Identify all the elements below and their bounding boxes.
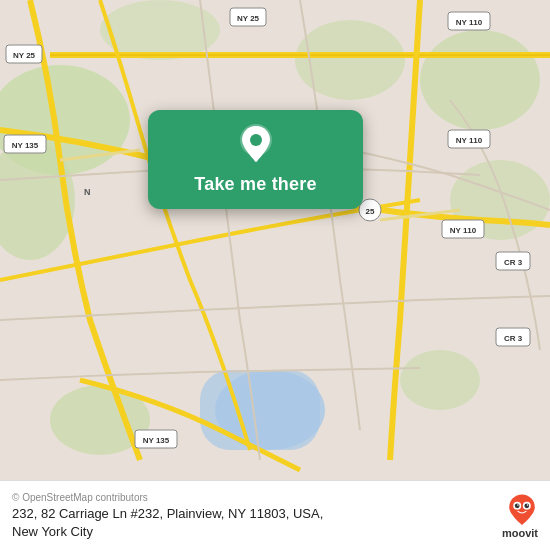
svg-point-42 [517,504,519,506]
take-me-there-button[interactable]: Take me there [194,174,316,195]
svg-text:NY 135: NY 135 [12,141,39,150]
location-pin-icon [234,122,278,166]
moovit-icon [506,493,538,525]
svg-text:25: 25 [366,207,375,216]
map-container: NY 25 NY 110 NY 110 NY 110 NY 25 NY 135 … [0,0,550,480]
svg-text:NY 110: NY 110 [450,226,477,235]
svg-text:N: N [84,187,91,197]
svg-text:NY 110: NY 110 [456,18,483,27]
svg-point-8 [400,350,480,410]
address-text: 232, 82 Carriage Ln #232, Plainview, NY … [12,505,492,523]
svg-text:NY 110: NY 110 [456,136,483,145]
svg-text:NY 135: NY 135 [143,436,170,445]
svg-point-3 [420,30,540,130]
svg-text:NY 25: NY 25 [237,14,260,23]
svg-text:NY 25: NY 25 [13,51,36,60]
address-block: © OpenStreetMap contributors 232, 82 Car… [12,492,492,538]
city-text: New York City [12,524,492,539]
moovit-logo: moovit [502,493,538,539]
location-card: Take me there [148,110,363,209]
moovit-text: moovit [502,527,538,539]
svg-text:CR 3: CR 3 [504,258,523,267]
svg-point-40 [515,503,520,508]
osm-credit: © OpenStreetMap contributors [12,492,492,503]
svg-point-43 [527,504,529,506]
svg-point-37 [250,134,262,146]
svg-point-9 [295,20,405,100]
bottom-bar: © OpenStreetMap contributors 232, 82 Car… [0,480,550,550]
svg-point-41 [524,503,529,508]
svg-text:CR 3: CR 3 [504,334,523,343]
